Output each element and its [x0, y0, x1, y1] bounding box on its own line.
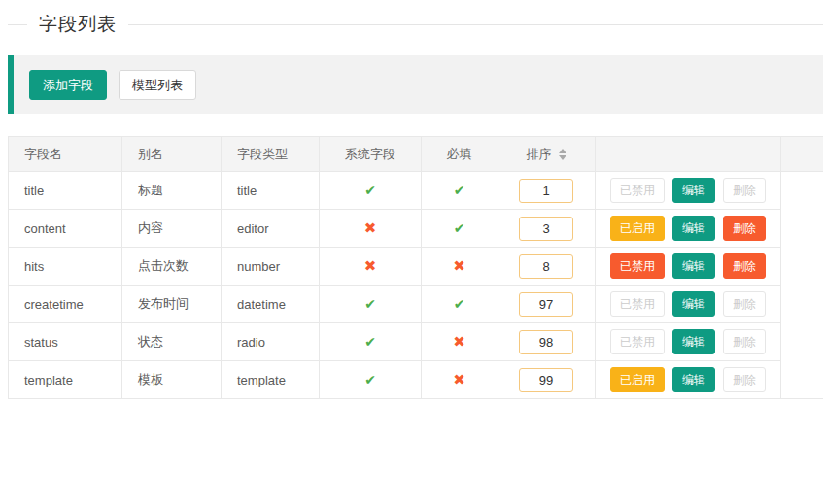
- sort-toggle-icon[interactable]: [559, 149, 566, 160]
- table-row: title标题title✔✔已禁用编辑删除: [9, 172, 823, 210]
- field-type-cell: radio: [222, 323, 320, 361]
- column-header-field-name: 字段名: [9, 137, 122, 172]
- required-cell: ✖: [422, 323, 497, 361]
- required-cell: ✔: [422, 172, 497, 210]
- edit-button[interactable]: 编辑: [672, 253, 715, 279]
- alias-cell: 模板: [122, 361, 222, 399]
- field-name-cell: createtime: [9, 286, 122, 323]
- actions-cell: 已禁用编辑删除: [596, 248, 781, 286]
- status-toggle-button[interactable]: 已禁用: [610, 253, 665, 279]
- sort-cell: [497, 361, 596, 399]
- field-type-value: template: [237, 373, 286, 387]
- table-row: template模板template✔✖已启用编辑删除: [9, 361, 823, 399]
- page-header: 字段列表: [8, 10, 823, 39]
- alias-cell: 内容: [122, 210, 222, 248]
- sort-column-label: 排序: [527, 146, 552, 163]
- caret-down-icon: [559, 155, 566, 160]
- caret-up-icon: [559, 149, 566, 153]
- sort-cell: [497, 323, 596, 361]
- field-name-value: template: [24, 373, 73, 387]
- sort-order-input[interactable]: [519, 179, 573, 203]
- alias-value: 状态: [138, 334, 163, 349]
- field-type-value: radio: [237, 335, 265, 350]
- edit-button[interactable]: 编辑: [672, 329, 715, 354]
- check-icon: ✔: [454, 183, 465, 198]
- actions-cell: 已启用编辑删除: [596, 361, 781, 399]
- column-header-extra: [781, 137, 823, 172]
- edit-button[interactable]: 编辑: [672, 178, 715, 203]
- sort-order-input[interactable]: [519, 217, 573, 241]
- page: 字段列表 添加字段 模型列表 字段名 别名 字段类型 系统字段 必填: [0, 0, 823, 399]
- actions-cell: 已禁用编辑删除: [596, 286, 781, 323]
- required-cell: ✖: [422, 361, 497, 399]
- required-cell: ✔: [422, 210, 497, 248]
- field-table: 字段名 别名 字段类型 系统字段 必填 排序: [8, 136, 823, 399]
- actions-cell: 已禁用编辑删除: [596, 323, 781, 361]
- delete-button[interactable]: 删除: [723, 291, 766, 317]
- field-type-value: editor: [237, 221, 269, 236]
- system-field-cell: ✔: [320, 172, 422, 210]
- status-toggle-button[interactable]: 已启用: [610, 216, 665, 241]
- required-cell: ✖: [422, 248, 497, 286]
- header-rule-right: [128, 24, 823, 25]
- status-toggle-button[interactable]: 已禁用: [610, 178, 665, 203]
- sort-order-input[interactable]: [519, 330, 573, 354]
- delete-button[interactable]: 删除: [723, 367, 766, 392]
- column-header-actions: [596, 137, 781, 172]
- alias-value: 内容: [138, 220, 163, 235]
- toolbar: 添加字段 模型列表: [8, 55, 823, 114]
- field-type-value: title: [237, 184, 257, 198]
- column-header-alias: 别名: [122, 137, 222, 172]
- field-type-cell: template: [222, 361, 320, 399]
- alias-value: 点击次数: [138, 258, 189, 273]
- actions-cell: 已禁用编辑删除: [596, 172, 781, 210]
- field-name-value: createtime: [24, 297, 84, 312]
- field-name-cell: title: [9, 172, 122, 210]
- table-row: status状态radio✔✖已禁用编辑删除: [9, 323, 823, 361]
- check-icon: ✔: [364, 372, 376, 387]
- delete-button[interactable]: 删除: [723, 178, 766, 203]
- system-field-cell: ✔: [320, 286, 422, 323]
- empty-trailing-column: [781, 172, 823, 399]
- field-name-value: title: [24, 184, 44, 198]
- system-field-cell: ✔: [320, 361, 422, 399]
- cross-icon: ✖: [453, 257, 465, 274]
- table-body: title标题title✔✔已禁用编辑删除content内容editor✖✔已启…: [9, 172, 823, 399]
- status-toggle-button[interactable]: 已禁用: [610, 291, 665, 317]
- delete-button[interactable]: 删除: [723, 216, 766, 241]
- field-type-cell: number: [222, 248, 320, 286]
- edit-button[interactable]: 编辑: [672, 291, 715, 317]
- column-header-system-field: 系统字段: [320, 137, 422, 172]
- field-name-value: status: [24, 335, 58, 350]
- check-icon: ✔: [364, 296, 376, 312]
- column-header-required: 必填: [422, 137, 497, 172]
- edit-button[interactable]: 编辑: [672, 216, 715, 241]
- required-cell: ✔: [422, 286, 497, 323]
- sort-order-input[interactable]: [519, 368, 573, 392]
- table-row: createtime发布时间datetime✔✔已禁用编辑删除: [9, 286, 823, 323]
- check-icon: ✔: [454, 220, 465, 236]
- field-name-cell: template: [9, 361, 122, 399]
- edit-button[interactable]: 编辑: [672, 367, 715, 392]
- alias-value: 标题: [138, 183, 163, 197]
- status-toggle-button[interactable]: 已启用: [610, 367, 665, 392]
- system-field-cell: ✔: [320, 323, 422, 361]
- field-name-cell: status: [9, 323, 122, 361]
- cross-icon: ✖: [453, 371, 465, 387]
- system-field-cell: ✖: [320, 210, 422, 248]
- sort-cell: [497, 172, 596, 210]
- field-type-value: datetime: [237, 297, 286, 312]
- field-type-cell: title: [222, 172, 320, 210]
- alias-cell: 标题: [122, 172, 222, 210]
- delete-button[interactable]: 删除: [723, 253, 766, 279]
- field-type-value: number: [237, 259, 280, 274]
- delete-button[interactable]: 删除: [723, 329, 766, 354]
- status-toggle-button[interactable]: 已禁用: [610, 329, 665, 354]
- sort-cell: [497, 286, 596, 323]
- check-icon: ✔: [364, 334, 376, 350]
- sort-order-input[interactable]: [519, 292, 573, 317]
- sort-order-input[interactable]: [519, 254, 573, 279]
- add-field-button[interactable]: 添加字段: [29, 70, 107, 100]
- actions-cell: 已启用编辑删除: [596, 210, 781, 248]
- model-list-button[interactable]: 模型列表: [119, 70, 196, 100]
